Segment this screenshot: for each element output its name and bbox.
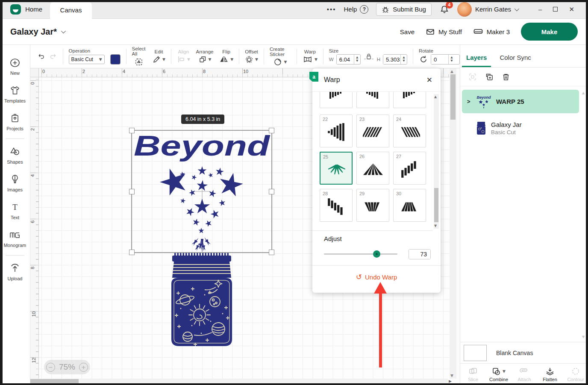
undo-warp-button[interactable]: ↺ Undo Warp — [312, 273, 441, 281]
slice-button: Slice — [460, 364, 486, 385]
duplicate-icon[interactable] — [485, 72, 494, 82]
selection-handle-ne[interactable] — [269, 128, 274, 133]
flatten-button[interactable]: Flatten — [537, 364, 563, 385]
select-all-group[interactable]: Select All — [132, 46, 146, 67]
scroll-down-arrow-icon[interactable]: ▼ — [434, 224, 437, 228]
vertical-scrollbar[interactable]: ▲ ▼ — [450, 68, 456, 379]
window-close-button[interactable]: ✕ — [569, 6, 574, 13]
more-menu-icon[interactable]: ••• — [327, 6, 336, 13]
save-button[interactable]: Save — [400, 28, 415, 35]
zoom-out-button[interactable]: − — [46, 363, 55, 372]
trash-icon[interactable] — [501, 72, 511, 82]
rotate-input[interactable] — [431, 55, 448, 64]
selection-handle-nw[interactable] — [129, 128, 135, 133]
scroll-up-arrow-icon[interactable]: ▲ — [582, 91, 585, 95]
close-icon[interactable]: ✕ — [426, 76, 432, 84]
canvas-area[interactable]: 0 2 4 6 8 10 0 2 4 6 8 10 12 Beyond — [30, 68, 460, 385]
scroll-right-arrow-icon[interactable]: ▶ — [449, 379, 452, 383]
warp-tile-25-selected[interactable]: 25 — [320, 152, 353, 185]
selection-handle-se[interactable] — [269, 250, 274, 255]
my-stuff-button[interactable]: My Stuff — [426, 27, 462, 36]
submit-bug-button[interactable]: Submit Bug — [376, 3, 432, 16]
warp-tile-partial[interactable] — [393, 92, 426, 108]
warp-grid-scrollbar-thumb[interactable] — [434, 188, 438, 222]
layer-row-galaxy-jar[interactable]: > Galaxy Jar Basic Cut — [462, 116, 579, 140]
height-input[interactable] — [383, 55, 400, 64]
warp-tile-22[interactable]: 22 — [320, 115, 353, 147]
vertical-scrollbar-thumb[interactable] — [450, 74, 456, 120]
scroll-up-arrow-icon[interactable]: ▲ — [450, 69, 453, 73]
horizontal-scrollbar[interactable] — [30, 379, 448, 385]
tab-color-sync[interactable]: Color Sync — [500, 54, 531, 67]
warp-panel-title: Warp — [324, 76, 340, 84]
user-menu[interactable]: Kerrin Gates — [457, 2, 518, 17]
warp-tile-24[interactable]: 24 — [393, 115, 426, 147]
blank-canvas-row[interactable]: Blank Canvas — [460, 342, 588, 363]
scroll-down-arrow-icon[interactable]: ▼ — [582, 335, 585, 339]
scroll-up-arrow-icon[interactable]: ▲ — [434, 95, 437, 99]
height-stepper[interactable]: ▲▼ — [400, 55, 407, 64]
sidebar-item-images[interactable]: Images — [0, 169, 30, 197]
warp-tile-27[interactable]: 27 — [393, 152, 426, 185]
operation-select[interactable]: Basic Cut ▼ — [69, 55, 105, 64]
warp-tile-29[interactable]: 29 — [356, 189, 389, 222]
sidebar-item-upload[interactable]: Upload — [0, 258, 30, 286]
rotate-icon[interactable] — [419, 55, 428, 64]
layer-thumbnail-jar — [476, 121, 487, 135]
sidebar-item-new[interactable]: New — [0, 53, 30, 80]
combine-icon — [492, 367, 501, 376]
horizontal-scrollbar-thumb[interactable] — [30, 379, 79, 384]
help-button[interactable]: Help ? — [344, 5, 368, 14]
design-galaxy-jar[interactable] — [168, 253, 235, 348]
selection-handle-w[interactable] — [129, 189, 135, 194]
adjust-slider[interactable] — [324, 253, 397, 255]
zoom-control: − 75% + — [44, 360, 90, 374]
sidebar-item-text[interactable]: T Text — [0, 197, 30, 225]
redo-button[interactable] — [50, 51, 57, 62]
project-title-menu[interactable]: Galaxy Jar* — [0, 27, 65, 37]
blank-canvas-swatch[interactable] — [464, 345, 487, 361]
layers-scrollbar[interactable]: ▲ ▼ — [582, 91, 587, 339]
offset-group[interactable]: Offset ▼ — [245, 49, 258, 64]
rotate-stepper[interactable]: ▲▼ — [448, 55, 455, 64]
layer-row-warp-25[interactable]: > Beyond WARP 25 — [462, 90, 579, 113]
tab-canvas[interactable]: Canvas — [50, 2, 92, 19]
warp-group[interactable]: Warp ▼ — [303, 49, 318, 64]
selection-handle-e[interactable] — [269, 189, 274, 194]
expand-chevron-icon[interactable]: > — [467, 98, 471, 105]
arrange-group[interactable]: Arrange ▼ — [196, 49, 214, 64]
width-stepper[interactable]: ▲▼ — [354, 55, 360, 64]
warp-grid-scrollbar[interactable]: ▲ ▼ — [434, 94, 439, 229]
window-minimize-button[interactable]: – — [538, 6, 542, 13]
warp-tile-23[interactable]: 23 — [356, 115, 389, 147]
scroll-down-arrow-icon[interactable]: ▼ — [450, 373, 453, 378]
edit-group[interactable]: Edit ▼ — [152, 49, 165, 64]
undo-button[interactable] — [37, 51, 45, 62]
window-maximize-button[interactable] — [553, 7, 558, 12]
color-swatch[interactable] — [110, 54, 121, 65]
machine-select[interactable]: Maker 3 — [473, 27, 510, 36]
warp-tile-28[interactable]: 28 — [320, 189, 353, 222]
tab-home[interactable]: Home — [0, 0, 50, 19]
combine-button[interactable]: ▼ Combine — [486, 364, 512, 385]
selection-handle-sw[interactable] — [129, 250, 135, 255]
sidebar-item-shapes[interactable]: Shapes — [0, 141, 30, 169]
tab-layers[interactable]: Layers — [466, 54, 487, 67]
notifications-button[interactable]: 4 — [439, 4, 450, 15]
adjust-slider-knob[interactable] — [373, 250, 380, 258]
flip-group[interactable]: Flip ▼ — [219, 49, 233, 64]
sidebar-item-templates[interactable]: Templates — [0, 80, 30, 108]
adjust-value-input[interactable] — [409, 250, 430, 259]
warp-tile-30[interactable]: 30 — [393, 189, 426, 222]
warp-tile-partial[interactable] — [356, 92, 389, 108]
width-input[interactable] — [337, 55, 354, 64]
zoom-in-button[interactable]: + — [79, 363, 88, 372]
create-sticker-group[interactable]: Create Sticker ▼ — [270, 47, 291, 66]
warp-tile-partial[interactable] — [320, 92, 353, 108]
lock-icon[interactable] — [363, 52, 374, 62]
warp-tile-26[interactable]: 26 — [356, 152, 389, 185]
make-button[interactable]: Make — [521, 23, 578, 41]
selection-box[interactable] — [131, 130, 272, 253]
sidebar-item-projects[interactable]: Projects — [0, 108, 30, 136]
sidebar-item-monogram[interactable]: Monogram — [0, 225, 30, 253]
